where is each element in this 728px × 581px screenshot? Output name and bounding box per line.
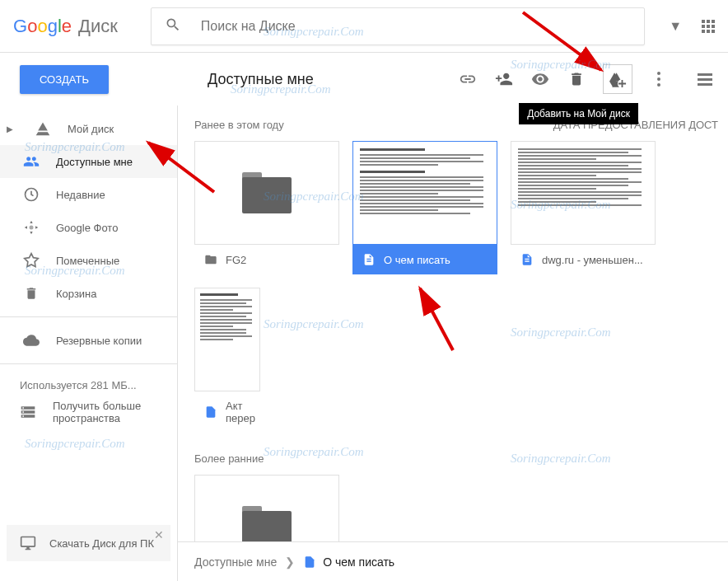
breadcrumb: Доступные мне ❯ О чем писать (178, 541, 728, 581)
desktop-icon (20, 535, 36, 551)
sidebar: ▶ Мой диск Доступные мне Недавние Google… (0, 105, 178, 581)
docs-icon (303, 555, 316, 569)
file-card-doc[interactable]: dwg.ru - уменьшен... (511, 141, 656, 274)
apps-grid-icon[interactable] (702, 20, 715, 33)
header-dropdown[interactable]: ▼ (662, 12, 688, 40)
cloud-icon (23, 332, 40, 349)
download-drive-card[interactable]: ✕ Скачать Диск для ПК (7, 525, 170, 561)
sidebar-item-starred[interactable]: Помеченные (0, 244, 177, 277)
link-icon[interactable] (458, 69, 478, 89)
section-older: Более ранние (194, 452, 728, 465)
sidebar-label: Недавние (56, 189, 105, 201)
chevron-right-icon: ❯ (285, 555, 295, 569)
people-icon (23, 153, 40, 170)
search-bar[interactable] (151, 7, 645, 45)
sidebar-item-shared[interactable]: Доступные мне (0, 145, 177, 178)
breadcrumb-root[interactable]: Доступные мне (194, 555, 277, 569)
search-input[interactable] (201, 19, 631, 34)
more-options-icon[interactable] (649, 69, 669, 89)
storage-used-text: Используется 281 МБ... (0, 371, 177, 395)
page-title: Доступные мне (208, 71, 314, 88)
sidebar-item-trash[interactable]: Корзина (0, 277, 177, 310)
file-card-doc-selected[interactable]: О чем писать (352, 141, 497, 274)
storage-icon (20, 404, 36, 420)
file-card-doc[interactable]: Акт перер (194, 288, 260, 433)
trash-icon[interactable] (567, 69, 586, 89)
sidebar-item-photos[interactable]: Google Фото (0, 211, 177, 244)
docs-icon (204, 405, 217, 419)
folder-icon (204, 253, 217, 266)
sidebar-item-recent[interactable]: Недавние (0, 178, 177, 211)
sidebar-item-backups[interactable]: Резервные копии (0, 324, 177, 357)
photos-icon (23, 219, 40, 236)
list-view-icon[interactable] (695, 69, 715, 89)
sidebar-item-my-drive[interactable]: ▶ Мой диск (0, 112, 177, 145)
google-drive-logo[interactable]: Google Диск (13, 16, 118, 37)
app-header: Google Диск ▼ (0, 0, 728, 53)
clock-icon (23, 186, 40, 203)
create-button[interactable]: СОЗДАТЬ (20, 65, 109, 94)
star-icon (23, 252, 40, 269)
docs-icon (520, 253, 534, 266)
preview-icon[interactable] (530, 69, 550, 89)
content-area: ДАТА ПРЕДОСТАВЛЕНИЯ ДОСТ Ранее в этом го… (178, 105, 728, 581)
drive-icon (35, 120, 51, 137)
tooltip-add-to-drive: Добавить на Мой диск (519, 103, 638, 124)
close-icon[interactable]: ✕ (154, 528, 164, 541)
sidebar-label: Корзина (56, 288, 97, 300)
sidebar-label: Резервные копии (56, 335, 142, 347)
toolbar: СОЗДАТЬ Доступные мне Добавить на Мой ди… (0, 53, 728, 105)
sidebar-label: Помеченные (56, 255, 119, 267)
breadcrumb-current[interactable]: О чем писать (303, 555, 394, 569)
sidebar-label: Мой диск (68, 123, 114, 135)
sidebar-label: Google Фото (56, 222, 118, 234)
chevron-right-icon: ▶ (7, 124, 13, 134)
add-person-icon[interactable] (494, 69, 514, 89)
search-icon (165, 16, 181, 36)
trash-nav-icon (23, 285, 40, 302)
sidebar-label: Доступные мне (56, 156, 133, 168)
get-more-storage-link[interactable]: Получить больше пространства (0, 395, 177, 433)
svg-point-2 (30, 226, 34, 230)
add-to-drive-button[interactable]: Добавить на Мой диск (603, 64, 632, 94)
docs-icon (362, 253, 376, 266)
file-card-folder[interactable]: FG2 (194, 141, 339, 274)
